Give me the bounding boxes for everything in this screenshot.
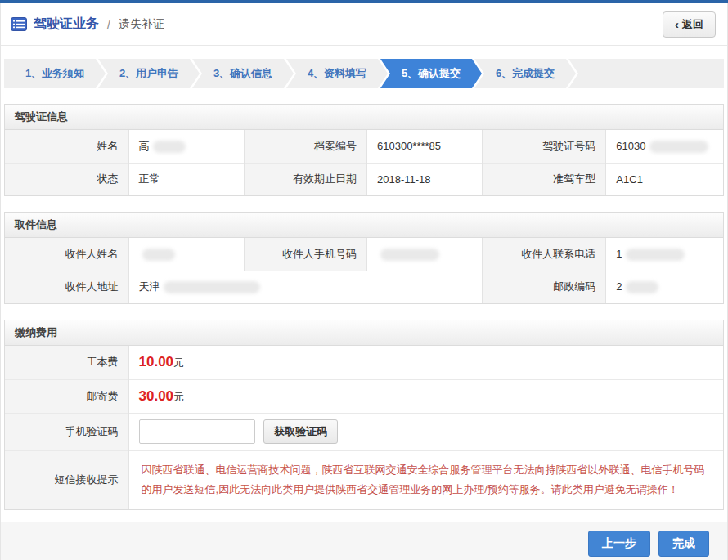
field-value-vehicle-class: A1C1 [606, 163, 723, 195]
pickup-info-table: 收件人姓名 收件人手机号码 收件人联系电话 1 收件人地址 天津 邮政编码 2 [5, 238, 723, 303]
field-label-postal-code: 邮政编码 [483, 271, 606, 303]
chevron-left-icon: ‹ [675, 20, 679, 29]
field-label-recipient-phone: 收件人联系电话 [483, 238, 606, 271]
breadcrumb: 驾驶证业务 / 遗失补证 [11, 16, 164, 33]
step-4-fill-data[interactable]: 4、资料填写 [286, 59, 388, 88]
get-code-button[interactable]: 获取验证码 [263, 419, 338, 444]
section-pickup-info: 取件信息 收件人姓名 收件人手机号码 收件人联系电话 1 收件人地址 天津 邮政… [4, 212, 724, 304]
sms-code-input[interactable] [139, 419, 255, 444]
field-label-expiry-date: 有效期止日期 [244, 163, 366, 195]
table-row: 收件人地址 天津 邮政编码 2 [5, 271, 723, 303]
table-row: 邮寄费 30.00元 [5, 379, 723, 413]
fee-amount: 10.00 [139, 354, 174, 370]
field-value-postal-code: 2 [606, 271, 723, 303]
table-row: 手机验证码 获取验证码 [5, 413, 723, 450]
field-value-recipient-phone: 1 [606, 238, 723, 271]
table-row: 短信接收提示 因陕西省联通、电信运营商技术问题，陕西省互联网交通安全综合服务管理… [5, 450, 723, 509]
redacted-blur [380, 249, 439, 261]
field-label-production-fee: 工本费 [5, 346, 128, 379]
back-button[interactable]: ‹ 返回 [663, 11, 716, 38]
field-value-sms-code: 获取验证码 [128, 413, 723, 450]
fees-table: 工本费 10.00元 邮寄费 30.00元 手机验证码 获取验证码 短信接收提示… [5, 346, 723, 509]
finish-button[interactable]: 完成 [658, 531, 709, 557]
field-label-recipient-mobile: 收件人手机号码 [244, 238, 366, 271]
step-1-business-notes[interactable]: 1、业务须知 [4, 59, 106, 88]
sms-notice-text: 因陕西省联通、电信运营商技术问题，陕西省互联网交通安全综合服务管理平台无法向持陕… [128, 450, 723, 509]
table-row: 状态 正常 有效期止日期 2018-11-18 准驾车型 A1C1 [5, 163, 723, 195]
field-label-vehicle-class: 准驾车型 [483, 163, 606, 195]
field-value-recipient-mobile [366, 238, 482, 271]
fee-unit: 元 [173, 391, 184, 403]
page-title: 驾驶证业务 [34, 16, 99, 33]
field-value-name: 高 [128, 130, 244, 163]
page-container: 驾驶证业务 / 遗失补证 ‹ 返回 1、业务须知 2、用户申告 3、确认信息 4… [0, 3, 728, 560]
list-icon [11, 17, 27, 31]
step-3-confirm-info[interactable]: 3、确认信息 [192, 59, 294, 88]
redacted-blur [153, 141, 186, 153]
field-label-license-number: 驾驶证号码 [483, 130, 606, 163]
footer-action-bar: 上一步 完成 [1, 522, 727, 560]
license-info-table: 姓名 高 档案编号 610300****85 驾驶证号码 61030 状态 正常… [5, 130, 723, 195]
redacted-blur [626, 281, 658, 293]
field-value-production-fee: 10.00元 [128, 346, 723, 379]
step-5-confirm-submit[interactable]: 5、确认提交 [380, 59, 482, 88]
field-value-mailing-fee: 30.00元 [128, 379, 723, 413]
field-value-recipient-name [128, 238, 244, 271]
field-label-recipient-address: 收件人地址 [5, 271, 128, 303]
step-bar-filler [568, 59, 724, 88]
breadcrumb-separator: / [107, 18, 110, 31]
fee-amount: 30.00 [139, 388, 174, 404]
field-value-recipient-address: 天津 [128, 271, 483, 303]
section-title-fees: 缴纳费用 [5, 320, 723, 346]
field-label-status: 状态 [5, 163, 128, 195]
redacted-blur [649, 141, 708, 153]
field-label-sms-code: 手机验证码 [5, 413, 128, 450]
back-button-label: 返回 [682, 17, 703, 32]
fee-unit: 元 [173, 356, 184, 369]
section-fees: 缴纳费用 工本费 10.00元 邮寄费 30.00元 手机验证码 获取验证码 短… [4, 320, 724, 510]
field-value-expiry-date: 2018-11-18 [366, 163, 482, 195]
step-2-user-declaration[interactable]: 2、用户申告 [98, 59, 200, 88]
section-title-license: 驾驶证信息 [5, 105, 723, 130]
field-label-file-number: 档案编号 [244, 130, 366, 163]
section-title-pickup: 取件信息 [5, 213, 723, 238]
field-value-license-number: 61030 [606, 130, 723, 163]
table-row: 收件人姓名 收件人手机号码 收件人联系电话 1 [5, 238, 723, 271]
step-progress-bar: 1、业务须知 2、用户申告 3、确认信息 4、资料填写 5、确认提交 6、完成提… [4, 59, 724, 88]
section-license-info: 驾驶证信息 姓名 高 档案编号 610300****85 驾驶证号码 61030… [4, 104, 724, 196]
previous-step-button[interactable]: 上一步 [588, 531, 650, 557]
field-label-name: 姓名 [5, 130, 128, 163]
field-value-status: 正常 [128, 163, 244, 195]
field-value-file-number: 610300****85 [366, 130, 482, 163]
field-label-sms-notice: 短信接收提示 [5, 450, 128, 509]
field-label-recipient-name: 收件人姓名 [5, 238, 128, 271]
table-row: 工本费 10.00元 [5, 346, 723, 379]
redacted-blur [164, 281, 260, 293]
field-label-mailing-fee: 邮寄费 [5, 379, 128, 413]
page-subtitle: 遗失补证 [119, 17, 164, 32]
step-6-complete-submit[interactable]: 6、完成提交 [474, 59, 576, 88]
redacted-blur [626, 249, 685, 261]
page-header: 驾驶证业务 / 遗失补证 ‹ 返回 [1, 3, 727, 46]
redacted-blur [142, 249, 175, 261]
table-row: 姓名 高 档案编号 610300****85 驾驶证号码 61030 [5, 130, 723, 163]
